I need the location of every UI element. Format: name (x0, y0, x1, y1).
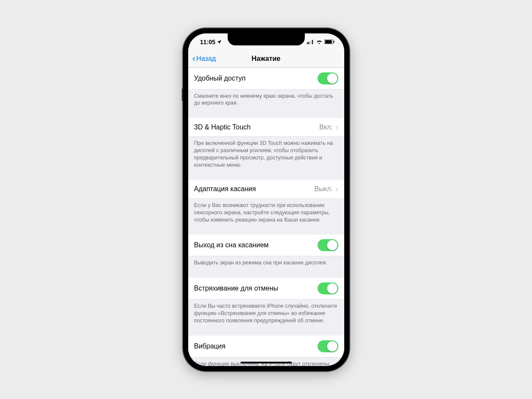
accommodation-label: Адаптация касания (194, 185, 256, 193)
svg-rect-1 (308, 42, 309, 44)
phone-frame: 11:05 ‹ Назад На (183, 28, 349, 371)
svg-rect-0 (307, 42, 308, 44)
cellular-icon (307, 39, 314, 45)
status-time: 11:05 (200, 39, 216, 45)
back-label: Назад (196, 55, 216, 63)
wifi-icon (316, 39, 322, 44)
row-vibration[interactable]: Вибрация (188, 336, 344, 357)
location-icon (217, 39, 222, 45)
vibration-toggle[interactable] (318, 340, 338, 352)
chevron-right-icon: › (336, 185, 338, 194)
shake-label: Встряхивание для отмены (194, 285, 279, 292)
battery-icon (325, 39, 335, 44)
shake-footer: Если Вы часто встряхиваете iPhone случай… (188, 300, 344, 328)
home-indicator[interactable] (240, 362, 292, 363)
row-shake-undo[interactable]: Встряхивание для отмены (188, 278, 344, 300)
vibration-label: Вибрация (194, 342, 225, 350)
accommodation-footer: Если у Вас возникают трудности при испол… (188, 199, 344, 227)
reachability-footer: Смахните вниз по нижнему краю экрана, чт… (188, 90, 344, 111)
svg-rect-3 (311, 40, 312, 44)
haptic-footer: При включенной функции 3D Touch можно на… (188, 137, 344, 172)
reachability-toggle[interactable] (318, 72, 338, 84)
chevron-right-icon: › (336, 123, 338, 132)
haptic-label: 3D & Haptic Touch (194, 123, 251, 131)
svg-rect-4 (312, 40, 313, 44)
svg-rect-6 (325, 40, 332, 43)
row-haptic-touch[interactable]: 3D & Haptic Touch Вкл. › (188, 118, 344, 137)
row-reachability[interactable]: Удобный доступ (188, 68, 344, 90)
tapwake-toggle[interactable] (318, 239, 338, 251)
svg-rect-2 (310, 41, 310, 44)
chevron-left-icon: ‹ (192, 54, 195, 63)
nav-bar: ‹ Назад Нажатие (188, 51, 344, 68)
notch (228, 33, 305, 45)
shake-toggle[interactable] (318, 282, 338, 294)
phone-screen: 11:05 ‹ Назад На (188, 33, 344, 366)
haptic-value: Вкл. (319, 123, 333, 131)
tapwake-footer: Выводить экран из режима сна при касании… (188, 256, 344, 270)
settings-content[interactable]: Удобный доступ Смахните вниз по нижнему … (188, 68, 344, 366)
row-touch-accommodation[interactable]: Адаптация касания Выкл. › (188, 180, 344, 199)
reachability-label: Удобный доступ (194, 75, 246, 82)
row-tap-to-wake[interactable]: Выход из сна касанием (188, 234, 344, 256)
back-button[interactable]: ‹ Назад (192, 54, 216, 63)
svg-rect-7 (334, 41, 334, 43)
tapwake-label: Выход из сна касанием (194, 241, 269, 249)
accommodation-value: Выкл. (314, 185, 333, 193)
